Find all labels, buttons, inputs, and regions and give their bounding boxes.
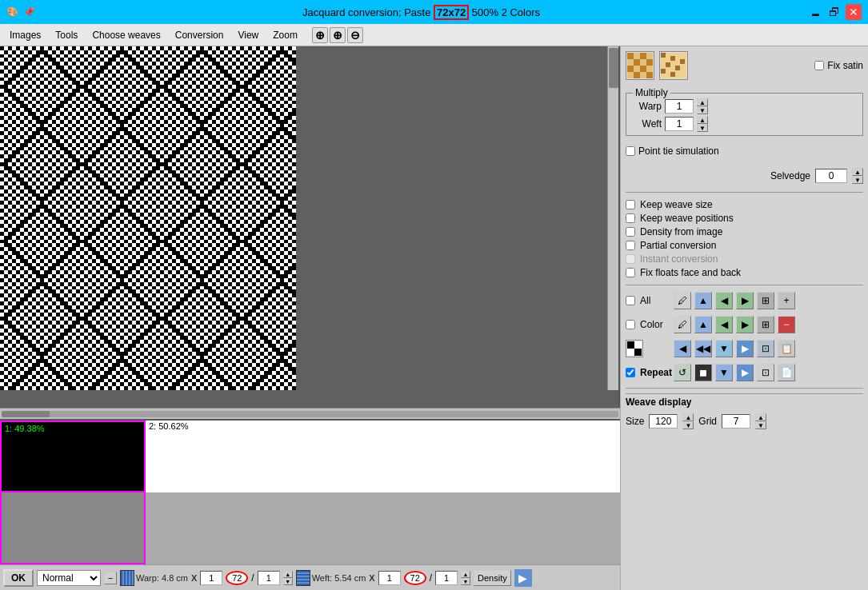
instant-conversion-checkbox[interactable] xyxy=(626,254,635,264)
all-btn-5[interactable]: ⊞ xyxy=(757,292,774,309)
arrow-right-button[interactable]: ▶ xyxy=(514,569,532,587)
extra-btn-5[interactable]: ⊡ xyxy=(757,340,774,357)
repeat-btn-5[interactable]: ⊡ xyxy=(757,364,774,381)
point-tie-checkbox[interactable] xyxy=(626,146,635,156)
size-spin-up[interactable]: ▲ xyxy=(682,413,694,421)
density-from-image-label[interactable]: Density from image xyxy=(640,226,722,237)
partial-conversion-checkbox[interactable] xyxy=(626,241,635,250)
all-btn-1[interactable]: 🖊 xyxy=(674,292,691,309)
weft-spin-up[interactable]: ▲ xyxy=(461,571,470,578)
swatch-black[interactable]: 1: 49.38% xyxy=(0,421,146,492)
point-tie-label[interactable]: Point tie simulation xyxy=(638,146,719,157)
weft-multiply-down[interactable]: ▼ xyxy=(697,124,708,132)
warp-multiply-up[interactable]: ▲ xyxy=(697,98,708,106)
swatch-gray-dark[interactable] xyxy=(0,492,146,564)
all-btn-6[interactable]: + xyxy=(778,292,795,309)
color-checkbox[interactable] xyxy=(626,320,635,329)
density-button[interactable]: Density xyxy=(474,570,511,586)
weft-multiply-input[interactable] xyxy=(665,117,694,131)
menu-view[interactable]: View xyxy=(231,27,265,43)
keep-weave-size-label[interactable]: Keep weave size xyxy=(640,199,713,210)
warp-num2-input[interactable] xyxy=(258,571,280,585)
minimize-button[interactable]: 🗕 xyxy=(807,4,823,20)
size-input[interactable] xyxy=(649,414,678,429)
size-spin-down[interactable]: ▼ xyxy=(682,421,694,429)
grid-input[interactable] xyxy=(722,414,750,429)
close-button[interactable]: ✕ xyxy=(846,4,862,20)
maximize-button[interactable]: 🗗 xyxy=(826,4,842,20)
all-checkbox[interactable] xyxy=(626,296,635,305)
grid-spin-up[interactable]: ▲ xyxy=(755,413,766,421)
menu-tools[interactable]: Tools xyxy=(49,27,84,43)
all-btn-2[interactable]: ▲ xyxy=(694,292,712,309)
repeat-btn-4[interactable]: ▶ xyxy=(736,364,754,381)
selvedge-spin-down[interactable]: ▼ xyxy=(852,176,863,184)
all-btn-4[interactable]: ▶ xyxy=(736,292,754,309)
vscroll-thumb[interactable] xyxy=(609,48,618,88)
minus-button[interactable]: − xyxy=(104,572,117,584)
repeat-btn-1[interactable]: ↺ xyxy=(674,364,691,381)
weave-icon-1[interactable] xyxy=(626,51,654,80)
color-btn-1[interactable]: 🖊 xyxy=(674,316,691,333)
selvedge-spin-up[interactable]: ▲ xyxy=(852,168,863,176)
warp-spin-down[interactable]: ▼ xyxy=(283,578,293,585)
checkerboard-icon[interactable] xyxy=(626,340,643,357)
zoom-in-button[interactable]: ⊕ xyxy=(330,27,346,43)
mode-select[interactable]: Normal xyxy=(37,570,101,586)
weave-pattern-canvas[interactable] xyxy=(0,46,296,390)
repeat-label[interactable]: Repeat xyxy=(640,367,672,378)
extra-btn-3[interactable]: ▼ xyxy=(715,340,733,357)
color-btn-6[interactable]: − xyxy=(778,316,795,333)
zoom-plus-button[interactable]: ⊕ xyxy=(312,27,328,43)
menu-choose-weaves[interactable]: Choose weaves xyxy=(86,27,166,43)
menu-conversion[interactable]: Conversion xyxy=(169,27,230,43)
keep-weave-positions-checkbox[interactable] xyxy=(626,213,635,223)
warp-circle-input[interactable] xyxy=(226,571,248,585)
warp-num1-input[interactable] xyxy=(200,571,222,585)
weave-icon-2[interactable] xyxy=(659,51,688,80)
hscroll-thumb[interactable] xyxy=(2,411,50,417)
color-btn-4[interactable]: ▶ xyxy=(736,316,754,333)
color-btn-3[interactable]: ◀ xyxy=(715,316,733,333)
fix-floats-checkbox[interactable] xyxy=(626,268,635,277)
extra-btn-6[interactable]: 📋 xyxy=(778,340,795,357)
warp-multiply-input[interactable] xyxy=(665,99,694,114)
weft-spin-down[interactable]: ▼ xyxy=(461,578,470,585)
weft-num2-input[interactable] xyxy=(435,571,458,585)
instant-conversion-label[interactable]: Instant conversion xyxy=(640,253,718,265)
color-btn-5[interactable]: ⊞ xyxy=(757,316,774,333)
partial-conversion-label[interactable]: Partial conversion xyxy=(640,240,716,251)
repeat-btn-6[interactable]: 📄 xyxy=(778,364,795,381)
weft-num1-input[interactable] xyxy=(378,571,401,585)
zoom-out-button[interactable]: ⊖ xyxy=(347,27,363,43)
extra-btn-2[interactable]: ◀◀ xyxy=(694,340,712,357)
hscroll-track[interactable] xyxy=(2,411,618,417)
horizontal-scrollbar[interactable] xyxy=(0,408,620,419)
ok-button[interactable]: OK xyxy=(3,569,34,587)
weft-multiply-up[interactable]: ▲ xyxy=(697,116,708,124)
repeat-checkbox[interactable] xyxy=(626,368,635,377)
fix-satin-checkbox[interactable] xyxy=(814,61,824,70)
pin-icon[interactable]: 📌 xyxy=(23,6,35,18)
warp-spin-up[interactable]: ▲ xyxy=(283,571,293,578)
swatch-gray-light[interactable] xyxy=(146,492,620,564)
extra-btn-4[interactable]: ▶ xyxy=(736,340,754,357)
repeat-btn-3[interactable]: ▼ xyxy=(715,364,733,381)
keep-weave-positions-label[interactable]: Keep weave positions xyxy=(640,213,734,224)
warp-multiply-down[interactable]: ▼ xyxy=(697,106,708,114)
vertical-scrollbar[interactable] xyxy=(607,46,618,390)
fix-floats-label[interactable]: Fix floats face and back xyxy=(640,267,741,278)
menu-zoom[interactable]: Zoom xyxy=(266,27,304,43)
grid-spin-down[interactable]: ▼ xyxy=(755,421,766,429)
menu-images[interactable]: Images xyxy=(3,27,47,43)
density-from-image-checkbox[interactable] xyxy=(626,227,635,237)
canvas-area[interactable] xyxy=(0,46,620,408)
fix-satin-label[interactable]: Fix satin xyxy=(827,60,863,71)
swatch-white[interactable]: 2: 50.62% xyxy=(146,421,620,492)
all-label[interactable]: All xyxy=(640,295,650,306)
selvedge-input[interactable] xyxy=(815,169,847,183)
keep-weave-size-checkbox[interactable] xyxy=(626,200,635,209)
extra-btn-1[interactable]: ◀ xyxy=(674,340,691,357)
repeat-btn-2[interactable]: ◼ xyxy=(694,364,712,381)
color-label[interactable]: Color xyxy=(640,319,663,330)
